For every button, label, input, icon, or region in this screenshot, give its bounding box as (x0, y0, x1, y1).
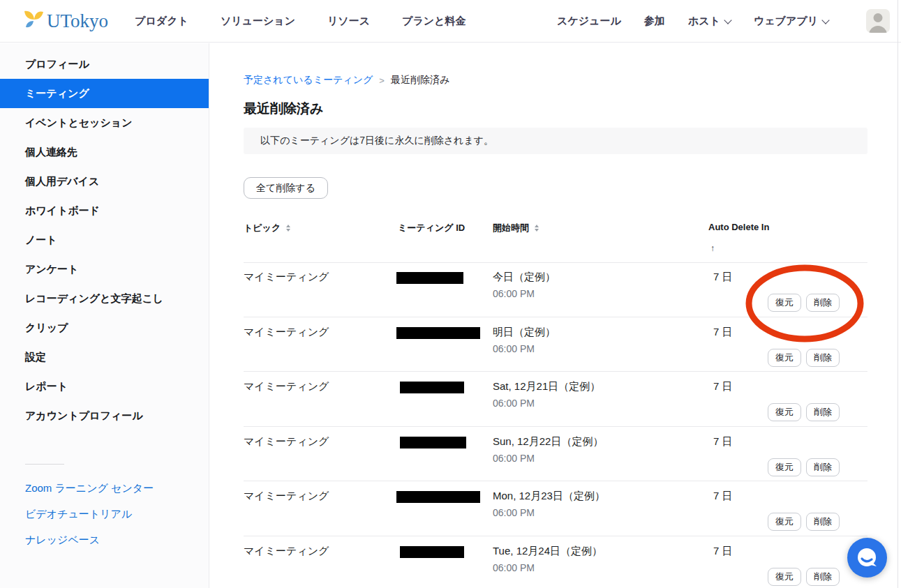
meeting-id-redacted (400, 437, 466, 448)
meeting-topic: マイミーティング (244, 271, 329, 284)
sidebar-item-recordings-transcripts[interactable]: レコーディングと文字起こし (0, 284, 209, 313)
chat-bubble-icon (856, 546, 879, 570)
sidebar-divider (25, 464, 64, 465)
active-sort-ascending-icon[interactable]: ↑ (710, 243, 715, 253)
meeting-topic: マイミーティング (244, 326, 329, 339)
sidebar-item-reports[interactable]: レポート (0, 372, 209, 401)
link-knowledge-base[interactable]: ナレッジベース (0, 527, 209, 553)
nav-resources[interactable]: リソース (327, 15, 370, 28)
main-content: 予定されているミーティング > 最近削除済み 最近削除済み 以下のミーティングは… (210, 43, 901, 588)
link-zoom-learning-center[interactable]: Zoom ラーニング センター (0, 476, 209, 502)
meeting-topic: マイミーティング (244, 380, 329, 393)
sort-icon[interactable] (535, 225, 539, 232)
nav-products[interactable]: プロダクト (135, 15, 188, 28)
scrollbar-track-edge[interactable] (898, 0, 898, 588)
delete-button[interactable]: 削除 (806, 568, 840, 586)
meeting-start-date: Sat, 12月21日（定例） (493, 380, 600, 393)
column-header-meeting-id: ミーティング ID (398, 222, 465, 234)
auto-delete-value: 7 日 (713, 326, 733, 339)
sidebar-item-settings[interactable]: 設定 (0, 342, 209, 372)
meeting-start-time: 06:00 PM (493, 398, 535, 409)
deleted-meetings-table: マイミーティング 今日（定例） 06:00 PM 7 日 復元 削除 マイミーテ… (244, 262, 868, 588)
meeting-start-date: 明日（定例） (493, 326, 556, 339)
user-avatar[interactable] (866, 9, 890, 33)
table-row: マイミーティング Sat, 12月21日（定例） 06:00 PM 7 日 復元… (244, 372, 868, 427)
sidebar-item-notes[interactable]: ノート (0, 225, 209, 255)
meeting-id-redacted (396, 327, 480, 339)
sidebar: プロフィール ミーティング イベントとセッション 個人連絡先 個人用デバイス ホ… (0, 43, 209, 588)
meeting-topic: マイミーティング (244, 435, 329, 448)
delete-button[interactable]: 削除 (806, 349, 840, 367)
auto-delete-value: 7 日 (713, 380, 733, 393)
restore-button[interactable]: 復元 (768, 294, 801, 312)
meeting-id-redacted (400, 546, 464, 558)
sidebar-item-profile[interactable]: プロフィール (0, 50, 209, 79)
restore-button[interactable]: 復元 (768, 513, 801, 531)
table-header-row: トピック ミーティング ID 開始時間 Auto Delete In ↑ (244, 219, 868, 263)
restore-button[interactable]: 復元 (768, 568, 801, 586)
delete-button[interactable]: 削除 (806, 294, 840, 312)
logo-wordmark: UTokyo (47, 12, 108, 31)
nav-schedule[interactable]: スケジュール (557, 15, 621, 28)
restore-button[interactable]: 復元 (768, 349, 801, 367)
meeting-start-date: Mon, 12月23日（定例） (493, 490, 605, 503)
breadcrumb-upcoming-meetings-link[interactable]: 予定されているミーティング (244, 74, 373, 86)
sidebar-item-whiteboard[interactable]: ホワイトボード (0, 196, 209, 225)
sidebar-item-personal-contacts[interactable]: 個人連絡先 (0, 137, 209, 167)
table-row: マイミーティング Sun, 12月22日（定例） 06:00 PM 7 日 復元… (244, 427, 868, 482)
nav-webapp-menu[interactable]: ウェブアプリ (754, 15, 828, 28)
meeting-id-redacted (400, 382, 464, 393)
delete-all-button[interactable]: 全て削除する (244, 177, 328, 199)
table-row: マイミーティング Tue, 12月24日（定例） 06:00 PM 7 日 復元… (244, 536, 868, 588)
sort-icon[interactable] (286, 225, 290, 232)
delete-button[interactable]: 削除 (806, 403, 840, 421)
meeting-id-redacted (396, 491, 480, 503)
delete-button[interactable]: 削除 (806, 458, 840, 476)
table-row: マイミーティング Mon, 12月23日（定例） 06:00 PM 7 日 復元… (244, 481, 868, 536)
secondary-nav: スケジュール 参加 ホスト ウェブアプリ (557, 9, 901, 33)
column-header-auto-delete-in[interactable]: Auto Delete In (708, 222, 769, 232)
meeting-start-date: Tue, 12月24日（定例） (493, 545, 602, 558)
retention-notice-text: 以下のミーティングは7日後に永久に削除されます。 (260, 135, 493, 147)
sidebar-item-personal-devices[interactable]: 個人用デバイス (0, 167, 209, 196)
meeting-start-time: 06:00 PM (493, 343, 535, 354)
sidebar-item-meetings[interactable]: ミーティング (0, 79, 209, 108)
meeting-topic: マイミーティング (244, 490, 329, 503)
sidebar-item-account-profile[interactable]: アカウントプロフィール (0, 401, 209, 430)
meeting-topic: マイミーティング (244, 545, 329, 558)
primary-nav: プロダクト ソリューション リソース プランと料金 (135, 15, 466, 28)
auto-delete-value: 7 日 (713, 545, 733, 558)
meeting-start-time: 06:00 PM (493, 288, 535, 299)
table-row: マイミーティング 今日（定例） 06:00 PM 7 日 復元 削除 (244, 262, 868, 317)
restore-button[interactable]: 復元 (768, 458, 801, 476)
top-navbar: UTokyo プロダクト ソリューション リソース プランと料金 スケジュール … (0, 0, 901, 43)
sidebar-footer-links: Zoom ラーニング センター ビデオチュートリアル ナレッジベース (0, 476, 209, 553)
sidebar-item-surveys[interactable]: アンケート (0, 255, 209, 284)
chevron-down-icon (724, 16, 731, 24)
sidebar-item-clips[interactable]: クリップ (0, 313, 209, 342)
meeting-id-redacted (396, 272, 463, 284)
auto-delete-value: 7 日 (713, 490, 733, 503)
meeting-start-date: Sun, 12月22日（定例） (493, 435, 603, 448)
auto-delete-value: 7 日 (713, 271, 733, 284)
breadcrumb: 予定されているミーティング > 最近削除済み (244, 74, 449, 86)
nav-join[interactable]: 参加 (644, 15, 665, 28)
chat-widget-button[interactable] (847, 538, 887, 578)
nav-plans-pricing[interactable]: プランと料金 (402, 15, 466, 28)
nav-solutions[interactable]: ソリューション (221, 15, 295, 28)
table-row: マイミーティング 明日（定例） 06:00 PM 7 日 復元 削除 (244, 317, 868, 372)
ginkgo-leaf-icon (23, 9, 44, 33)
utokyo-logo[interactable]: UTokyo (23, 9, 108, 33)
auto-delete-value: 7 日 (713, 435, 733, 448)
delete-button[interactable]: 削除 (806, 513, 840, 531)
column-header-topic[interactable]: トピック (244, 222, 290, 234)
link-video-tutorials[interactable]: ビデオチュートリアル (0, 502, 209, 527)
sidebar-item-events-sessions[interactable]: イベントとセッション (0, 108, 209, 137)
column-header-start-time[interactable]: 開始時間 (493, 222, 539, 234)
nav-host-menu[interactable]: ホスト (688, 15, 731, 28)
chevron-down-icon (821, 16, 829, 24)
restore-button[interactable]: 復元 (768, 403, 801, 421)
breadcrumb-separator: > (379, 75, 385, 86)
meeting-start-time: 06:00 PM (493, 562, 535, 573)
page-title: 最近削除済み (244, 100, 323, 118)
